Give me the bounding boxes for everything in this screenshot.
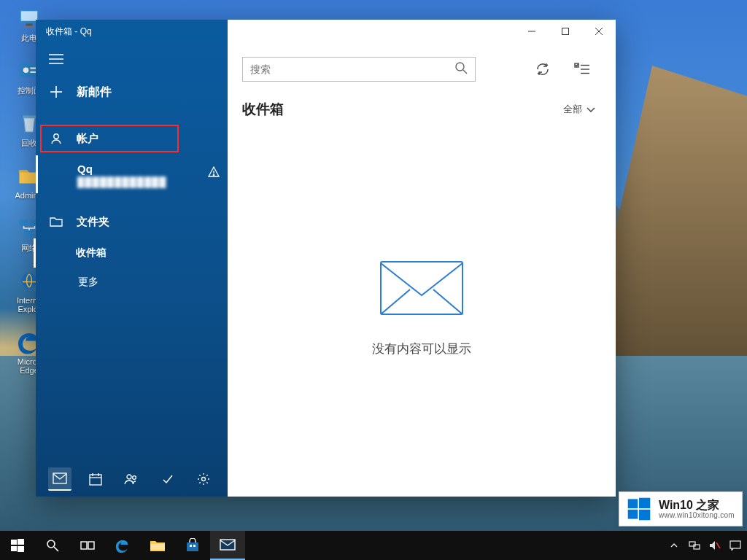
svg-rect-3 <box>24 26 35 28</box>
svg-rect-41 <box>639 498 650 508</box>
this-pc-label: 此电 <box>21 34 37 42</box>
minimize-button[interactable] <box>515 20 549 43</box>
maximize-button[interactable] <box>549 20 582 43</box>
inbox-heading: 收件箱 <box>242 100 284 119</box>
svg-point-48 <box>47 540 55 548</box>
svg-rect-56 <box>220 540 235 550</box>
settings-icon[interactable] <box>192 467 215 491</box>
folders-section[interactable]: 文件夹 <box>36 205 228 238</box>
calendar-icon[interactable] <box>84 467 107 491</box>
filter-dropdown[interactable]: 全部 <box>563 103 595 116</box>
empty-message: 没有内容可以显示 <box>372 341 471 357</box>
svg-rect-51 <box>88 542 94 549</box>
inbox-folder[interactable]: 收件箱 <box>34 238 228 268</box>
search-icon[interactable] <box>454 61 468 77</box>
svg-rect-8 <box>23 116 36 119</box>
task-view-button[interactable] <box>70 531 105 560</box>
svg-line-34 <box>463 70 467 74</box>
mail-icon[interactable] <box>48 467 71 491</box>
watermark-title: Win10 之家 <box>659 499 735 512</box>
svg-rect-47 <box>18 546 24 552</box>
new-mail-button[interactable]: 新邮件 <box>36 75 228 109</box>
svg-point-31 <box>133 476 136 480</box>
sync-icon[interactable] <box>530 56 556 82</box>
mail-taskbar-icon[interactable] <box>210 531 245 560</box>
recycle-bin-label: 回收 <box>21 139 37 147</box>
chevron-down-icon <box>587 104 595 115</box>
search-button[interactable] <box>35 531 70 560</box>
content-pane: 收件箱 全部 没有内容可以显示 <box>228 43 616 497</box>
explorer-taskbar-icon[interactable] <box>140 531 175 560</box>
search-input[interactable] <box>250 63 454 75</box>
svg-rect-1 <box>21 11 38 21</box>
svg-rect-42 <box>628 510 638 519</box>
people-icon[interactable] <box>120 467 143 491</box>
filter-label: 全部 <box>563 103 582 116</box>
svg-rect-40 <box>628 499 638 508</box>
window-title: 收件箱 - Qq <box>36 20 228 43</box>
tray-volume-icon[interactable] <box>708 538 722 553</box>
search-box[interactable] <box>242 57 476 82</box>
folders-label: 文件夹 <box>77 215 109 229</box>
svg-rect-58 <box>694 545 700 549</box>
svg-rect-44 <box>11 540 17 545</box>
svg-rect-25 <box>53 473 66 483</box>
account-name: Qq <box>77 163 228 175</box>
desktop: 此电 控制面 回收 Adminis 网络 Interne Explor Micr… <box>0 0 747 560</box>
svg-point-33 <box>456 63 464 71</box>
tray-network-icon[interactable] <box>687 538 702 553</box>
svg-rect-50 <box>81 542 87 549</box>
sidebar: 新邮件 帐户 Qq ████████████ 文件夹 <box>36 43 228 497</box>
folder-icon <box>49 214 63 229</box>
more-folders[interactable]: 更多 <box>36 268 228 297</box>
mail-window: 收件箱 - Qq 新邮件 帐户 <box>36 20 616 497</box>
sidebar-bottombar <box>36 462 228 497</box>
store-taskbar-icon[interactable] <box>175 531 210 560</box>
empty-state: 没有内容可以显示 <box>228 119 616 497</box>
taskbar[interactable] <box>0 531 747 560</box>
account-address: ████████████ <box>77 176 228 187</box>
svg-rect-39 <box>381 262 462 314</box>
svg-rect-14 <box>562 28 569 35</box>
windows-logo-icon <box>627 497 651 521</box>
accounts-section[interactable]: 帐户 <box>36 122 228 155</box>
envelope-icon <box>378 259 465 320</box>
tray-chevron-icon[interactable] <box>667 538 681 553</box>
hamburger-button[interactable] <box>36 43 228 75</box>
watermark: Win10 之家 www.win10xitong.com <box>619 491 743 526</box>
system-tray[interactable] <box>667 538 747 553</box>
svg-point-24 <box>213 174 214 175</box>
selection-mode-icon[interactable] <box>569 56 595 82</box>
account-entry[interactable]: Qq ████████████ <box>36 155 228 193</box>
watermark-url: www.win10xitong.com <box>659 511 735 519</box>
svg-rect-43 <box>639 510 650 520</box>
warning-icon <box>207 166 220 182</box>
svg-point-5 <box>23 68 29 74</box>
close-button[interactable] <box>582 20 616 43</box>
titlebar[interactable]: 收件箱 - Qq <box>36 20 616 43</box>
svg-rect-9 <box>20 219 28 226</box>
new-mail-label: 新邮件 <box>77 85 112 100</box>
svg-rect-60 <box>730 541 740 548</box>
plus-icon <box>49 85 63 99</box>
svg-rect-55 <box>193 545 196 547</box>
svg-point-12 <box>22 273 37 289</box>
svg-rect-57 <box>689 542 695 546</box>
svg-line-59 <box>716 542 720 548</box>
svg-rect-11 <box>25 230 34 237</box>
accounts-label: 帐户 <box>77 132 98 146</box>
person-icon <box>49 131 63 146</box>
edge-taskbar-icon[interactable] <box>105 531 140 560</box>
start-button[interactable] <box>0 531 35 560</box>
svg-rect-46 <box>11 546 17 551</box>
svg-rect-53 <box>187 542 198 551</box>
todo-icon[interactable] <box>156 467 179 491</box>
svg-rect-52 <box>150 544 165 550</box>
svg-rect-45 <box>18 539 24 545</box>
svg-point-22 <box>54 134 58 139</box>
heading-row: 收件箱 全部 <box>228 96 616 119</box>
toolbar <box>228 43 616 96</box>
svg-rect-54 <box>190 545 192 547</box>
tray-notifications-icon[interactable] <box>728 538 743 553</box>
svg-rect-26 <box>90 475 101 485</box>
